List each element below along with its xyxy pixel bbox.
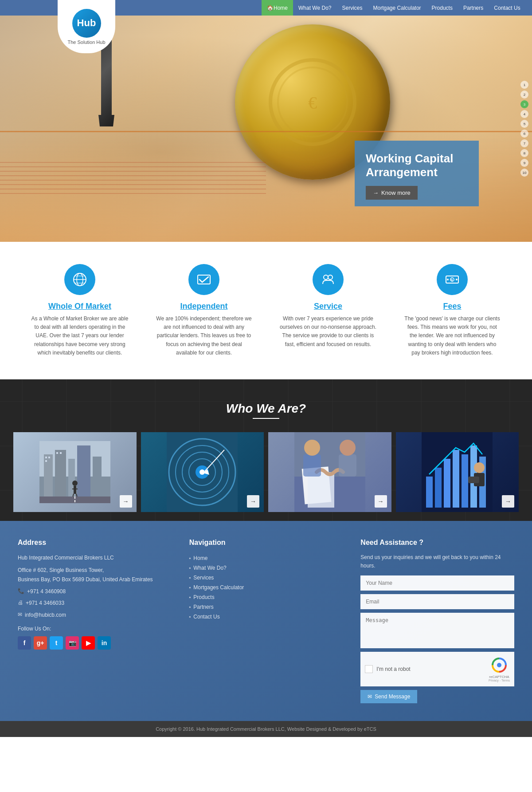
svg-point-51: [340, 440, 356, 456]
hero-know-more-button[interactable]: → Know more: [366, 186, 418, 200]
svg-point-10: [328, 275, 332, 280]
arrow-icon: →: [373, 189, 379, 196]
fees-desc: The 'good news' is we charge our clients…: [403, 315, 501, 357]
name-input[interactable]: [360, 575, 514, 591]
follow-label: Follow Us On:: [18, 626, 172, 632]
independent-title: Independent: [155, 302, 253, 311]
fax-icon: 🖨: [18, 599, 23, 606]
youtube-icon[interactable]: ▶: [82, 636, 95, 650]
slide-dot-6[interactable]: 6: [520, 130, 528, 138]
chart-card-bg: [396, 432, 519, 512]
logo-area[interactable]: Hub The Solution Hub: [58, 0, 115, 53]
instagram-icon[interactable]: 📷: [66, 636, 79, 650]
svg-point-14: [456, 279, 458, 280]
svg-rect-22: [93, 457, 102, 499]
footer-nav-mortgage[interactable]: Mortgages Calculator: [189, 583, 343, 592]
nav-partners[interactable]: Partners: [458, 0, 489, 16]
email-input[interactable]: [360, 594, 514, 609]
footer: Address Hub Integrated Commercial Broker…: [0, 521, 532, 721]
nav-products[interactable]: Products: [426, 0, 458, 16]
who-card-handshake[interactable]: →: [268, 432, 391, 512]
svg-rect-62: [468, 477, 479, 483]
service-desc: With over 7 years experience we pride ou…: [279, 315, 377, 349]
feature-service: Service With over 7 years experience we …: [279, 264, 377, 349]
footer-nav-services[interactable]: Services: [189, 573, 343, 583]
city-card-bg: [13, 432, 137, 512]
bill-lines: [0, 140, 266, 206]
who-section: Who We Are?: [0, 379, 532, 521]
slide-dots: 1 2 3 4 5 6 7 8 9 10: [520, 81, 528, 177]
assist-description: Send us your inquiries and we will get b…: [360, 553, 514, 570]
footer-nav-products[interactable]: Products: [189, 592, 343, 602]
footer-email: ✉ info@hubicb.com: [18, 611, 172, 620]
phone-icon: 📞: [18, 588, 24, 594]
footer-nav-list: Home What We Do? Services Mortgages Calc…: [189, 553, 343, 622]
send-message-button[interactable]: ✉ Send Message: [360, 690, 417, 703]
nav-contact[interactable]: Contact Us: [489, 0, 525, 16]
slide-dot-10[interactable]: 10: [520, 169, 528, 177]
facebook-icon[interactable]: f: [18, 636, 31, 650]
fees-icon: $: [437, 264, 468, 295]
nav-home[interactable]: 🏠 Home: [262, 0, 293, 16]
whole-market-title: Whole Of Market: [31, 302, 129, 311]
service-title: Service: [279, 302, 377, 311]
svg-rect-29: [74, 486, 76, 494]
slide-dot-7[interactable]: 7: [520, 139, 528, 147]
who-card-city[interactable]: →: [13, 432, 137, 512]
footer-nav-col: Navigation Home What We Do? Services Mor…: [189, 539, 343, 703]
svg-rect-55: [444, 459, 450, 508]
footer-assistance-col: Need Assistance ? Send us your inquiries…: [360, 539, 514, 703]
captcha-left: I'm not a robot: [365, 665, 410, 673]
who-card-chart[interactable]: →: [396, 432, 519, 512]
footer-address-line1: Office # 602, Single Business Tower, Bus…: [18, 566, 172, 585]
slide-dot-4[interactable]: 4: [520, 110, 528, 118]
address-text: Office # 602, Single Business Tower, Bus…: [18, 566, 153, 585]
contact-form: I'm not a robot reCAPTCHA Privacy - Term…: [360, 575, 514, 703]
captcha-checkbox[interactable]: [365, 665, 373, 673]
whole-market-icon: [64, 264, 95, 295]
svg-rect-56: [453, 450, 459, 508]
slide-dot-9[interactable]: 9: [520, 159, 528, 167]
footer-nav-contact[interactable]: Contact Us: [189, 612, 343, 622]
target-card-arrow[interactable]: →: [247, 495, 259, 508]
slide-dot-8[interactable]: 8: [520, 149, 528, 157]
email-icon: ✉: [18, 611, 22, 618]
nav-mortgage[interactable]: Mortgage Calculator: [368, 0, 426, 16]
slide-dot-2[interactable]: 2: [520, 91, 528, 99]
target-card-bg: [141, 432, 264, 512]
assistance-title: Need Assistance ?: [360, 539, 514, 547]
slide-dot-1[interactable]: 1: [520, 81, 528, 89]
google-plus-icon[interactable]: g+: [34, 636, 47, 650]
footer-address-col: Address Hub Integrated Commercial Broker…: [18, 539, 172, 703]
city-card-arrow[interactable]: →: [120, 495, 132, 508]
svg-rect-25: [45, 460, 47, 462]
send-icon: ✉: [368, 693, 372, 700]
message-input[interactable]: [360, 613, 514, 648]
footer-nav-home[interactable]: Home: [189, 553, 343, 563]
twitter-icon[interactable]: t: [50, 636, 63, 650]
slide-dot-3[interactable]: 3: [520, 100, 528, 108]
who-cards: → →: [0, 432, 532, 512]
copyright-text: Copyright © 2016. Hub Integrated Commerc…: [156, 726, 376, 732]
svg-rect-49: [339, 454, 356, 477]
svg-rect-27: [60, 452, 62, 454]
footer-nav-title: Navigation: [189, 539, 343, 547]
nav-services[interactable]: Services: [337, 0, 368, 16]
feature-whole-market: Whole Of Market As a Whole of Market Bro…: [31, 264, 129, 357]
whole-market-desc: As a Whole of Market Broker we are able …: [31, 315, 129, 357]
svg-point-63: [497, 663, 501, 667]
footer-phone: 📞 +971 4 3460908: [18, 587, 172, 597]
captcha-box: I'm not a robot reCAPTCHA Privacy - Term…: [360, 652, 514, 686]
slide-dot-5[interactable]: 5: [520, 120, 528, 128]
nav-what-we-do[interactable]: What We Do?: [293, 0, 336, 16]
footer-nav-what[interactable]: What We Do?: [189, 563, 343, 573]
footer-nav-partners[interactable]: Partners: [189, 602, 343, 612]
hero-title: Working Capital Arrangement: [366, 152, 468, 179]
svg-rect-21: [77, 445, 90, 499]
chart-card-arrow[interactable]: →: [502, 495, 514, 508]
svg-point-41: [200, 469, 205, 475]
handshake-card-arrow[interactable]: →: [375, 495, 387, 508]
who-card-target[interactable]: →: [141, 432, 264, 512]
nav-links: 🏠 Home What We Do? Services Mortgage Cal…: [262, 0, 526, 16]
linkedin-icon[interactable]: in: [98, 636, 111, 650]
